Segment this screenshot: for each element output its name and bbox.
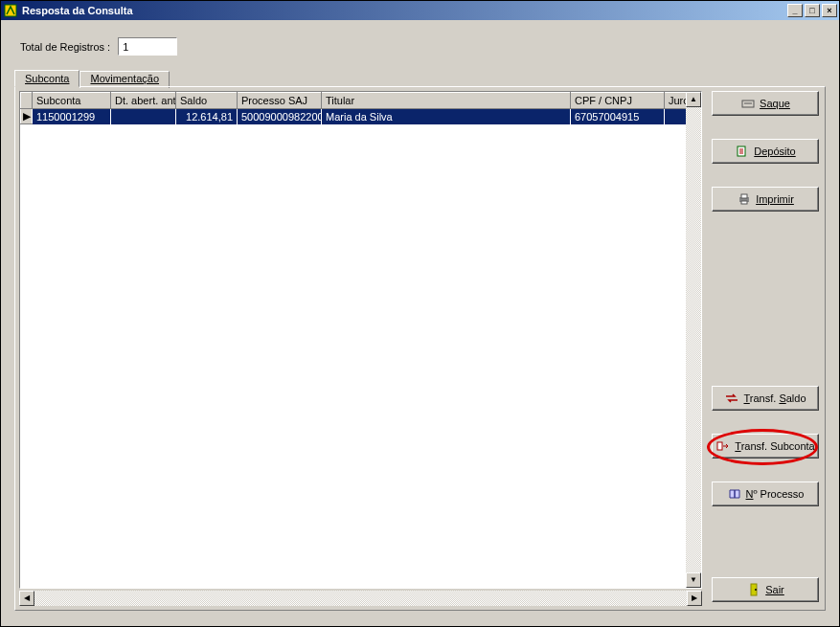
svg-rect-5: [741, 201, 747, 204]
row-marker-header: [21, 93, 33, 109]
row-marker-icon: ▶: [21, 109, 33, 124]
tab-subconta[interactable]: Subconta: [14, 70, 79, 87]
col-cpf-cnpj[interactable]: CPF / CNPJ: [571, 93, 665, 109]
transfer-icon: [724, 391, 739, 406]
col-subconta[interactable]: Subconta: [33, 93, 111, 109]
side-panel: Saque Depósito Imprimir Transf. Saldo: [706, 87, 825, 610]
titlebar: Resposta da Consulta _ □ ×: [1, 1, 839, 20]
vertical-scrollbar[interactable]: ▲ ▼: [686, 92, 701, 588]
close-button[interactable]: ×: [822, 4, 837, 17]
printer-icon: [737, 191, 752, 207]
saque-button[interactable]: Saque: [712, 91, 819, 116]
hscroll-track[interactable]: [34, 591, 687, 606]
cell-processo-saj: 50009000982200: [238, 109, 322, 124]
minimize-button[interactable]: _: [787, 4, 803, 17]
scroll-up-icon[interactable]: ▲: [686, 92, 701, 107]
deposito-icon: [735, 144, 750, 159]
transf-saldo-label: Transf. Saldo: [743, 392, 806, 404]
total-registros-label: Total de Registros :: [20, 41, 110, 53]
scroll-track[interactable]: [686, 107, 701, 572]
tabs: Subconta Movimentação: [14, 69, 826, 86]
col-saldo[interactable]: Saldo: [176, 93, 238, 109]
col-processo-saj[interactable]: Processo SAJ: [238, 93, 322, 109]
imprimir-label: Imprimir: [756, 193, 794, 205]
saque-label: Saque: [760, 98, 790, 109]
cell-dt-abert: [111, 109, 176, 124]
app-icon: [3, 3, 18, 18]
svg-point-8: [755, 589, 757, 591]
sair-button[interactable]: Sair: [712, 577, 819, 602]
horizontal-scrollbar[interactable]: ◀ ▶: [19, 591, 702, 606]
transf-subconta-label: Transf. Subconta: [735, 440, 814, 452]
deposito-label: Depósito: [754, 146, 795, 157]
maximize-button[interactable]: □: [805, 4, 820, 17]
saque-icon: [740, 96, 756, 111]
sair-label: Sair: [765, 584, 784, 595]
transf-subconta-button[interactable]: Transf. Subconta: [712, 434, 819, 459]
svg-rect-6: [717, 442, 722, 450]
col-dt-abert[interactable]: Dt. abert. ant.: [111, 93, 176, 109]
col-titular[interactable]: Titular: [322, 93, 571, 109]
scroll-right-icon[interactable]: ▶: [687, 591, 702, 606]
cell-cpf-cnpj: 67057004915: [571, 109, 665, 124]
table-row[interactable]: ▶ 1150001299 12.614,81 50009000982200 Ma…: [21, 109, 701, 124]
book-icon: [727, 486, 742, 502]
n-processo-button[interactable]: Nº Processo: [712, 481, 819, 506]
svg-rect-4: [741, 194, 747, 198]
cell-subconta: 1150001299: [33, 109, 111, 124]
grid-header-row: Subconta Dt. abert. ant. Saldo Processo …: [21, 93, 701, 109]
total-registros-input[interactable]: [118, 37, 177, 56]
data-grid[interactable]: Subconta Dt. abert. ant. Saldo Processo …: [19, 91, 702, 589]
imprimir-button[interactable]: Imprimir: [712, 187, 819, 212]
cell-saldo: 12.614,81: [176, 109, 238, 124]
exit-icon: [746, 582, 761, 597]
transfer-subconta-icon: [715, 438, 731, 454]
scroll-down-icon[interactable]: ▼: [686, 572, 701, 588]
deposito-button[interactable]: Depósito: [712, 139, 819, 164]
scroll-left-icon[interactable]: ◀: [19, 591, 34, 606]
window-title: Resposta da Consulta: [22, 5, 787, 16]
cell-titular: Maria da Silva: [322, 109, 571, 124]
transf-saldo-button[interactable]: Transf. Saldo: [712, 386, 819, 411]
n-processo-label: Nº Processo: [746, 488, 805, 500]
